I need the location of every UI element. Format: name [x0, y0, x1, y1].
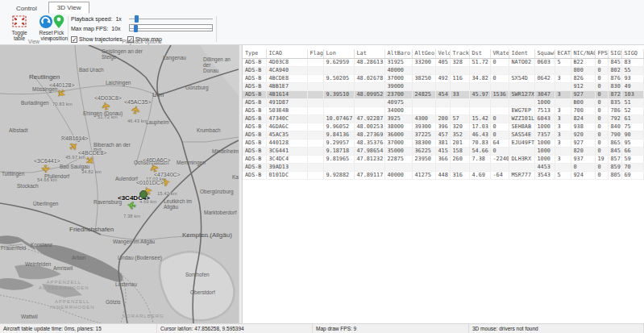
- table-cell: 9.84136: [323, 131, 354, 139]
- table-cell: [555, 83, 571, 91]
- table-cell: 40975: [384, 99, 412, 107]
- column-header-nic-nac[interactable]: NIC/NAC: [571, 49, 595, 59]
- table-row[interactable]: ADS-B45AC359.8413648.2736936000372254573…: [243, 131, 643, 139]
- column-header-squawk[interactable]: Squawk: [534, 49, 555, 59]
- table-row[interactable]: ADS-B503E4B34000EWG7EP75133700078652: [243, 107, 643, 115]
- column-header-lon[interactable]: Lon: [323, 49, 354, 59]
- table-cell: 64: [490, 139, 509, 148]
- table-row[interactable]: ADS-B4CA94040000800080255: [243, 67, 643, 75]
- picked-position-marker[interactable]: [139, 190, 147, 198]
- map-place-label: Lindau (Bodensee): [118, 255, 162, 260]
- table-cell: B22: [571, 59, 595, 67]
- table-cell: WZZ101L: [509, 115, 534, 123]
- column-header-dst[interactable]: Dst: [469, 49, 490, 59]
- table-cell: 381: [435, 139, 450, 148]
- column-header-sigs[interactable]: SIGS: [608, 49, 621, 59]
- max-map-fps-slider[interactable]: [129, 24, 213, 31]
- table-cell: [469, 67, 490, 75]
- table-cell: 0: [490, 59, 509, 67]
- map-place-label: Laupheim: [146, 119, 169, 125]
- column-header-altgeo[interactable]: AltGeo: [412, 49, 435, 59]
- table-cell: 4300: [412, 115, 435, 123]
- table-row[interactable]: ADS-B4D03C89.6295948.2861331925332004053…: [243, 59, 643, 67]
- aircraft-icao-label: <4BCDE8>: [78, 150, 106, 156]
- table-cell: [534, 67, 555, 75]
- playback-speed-slider-handle[interactable]: [135, 15, 139, 23]
- map-place-label: Weinfelden: [25, 261, 51, 267]
- table-cell: 3047: [534, 91, 555, 99]
- table-cell: [509, 164, 534, 172]
- table-row[interactable]: ADS-B491D87409751000B00083551: [243, 99, 643, 107]
- table-row[interactable]: ADS-B4B16149.3951048.0995223700248254543…: [243, 91, 643, 99]
- table-cell: 857: [608, 156, 621, 164]
- table-row[interactable]: ADS-B3C64419.1871847.9865435000362254151…: [243, 148, 643, 156]
- table-row[interactable]: ADS-B4BCDE89.5020548.0267837000382504921…: [243, 75, 643, 83]
- table-cell: [307, 156, 323, 164]
- max-map-fps-row: Max map FPS:10x: [71, 25, 216, 32]
- table-cell: 927: [571, 91, 595, 99]
- column-header-ecat[interactable]: ECAT: [555, 49, 571, 59]
- table-cell: [307, 164, 323, 172]
- table-cell: 0: [490, 123, 509, 131]
- map-place-label: Langenau: [163, 55, 186, 60]
- map-place-label: Krumbach: [197, 127, 221, 133]
- table-cell: [534, 83, 555, 91]
- table-row[interactable]: ADS-B0101DC9.9288247.8911740000412754483…: [243, 172, 643, 180]
- table-row[interactable]: ADS-B4401289.2995748.3537637000383003812…: [243, 139, 643, 148]
- map-panel[interactable]: Geislingen an der SteigeLangenauDillinge…: [0, 45, 239, 323]
- table-cell: ADS-B: [243, 91, 266, 99]
- table-cell: [412, 107, 435, 115]
- table-cell: 0642: [534, 75, 555, 83]
- table-cell: 48.00253: [354, 123, 384, 131]
- ridge: [0, 278, 34, 290]
- map-place-label: VORARLBERG: [123, 314, 164, 319]
- table-cell: [450, 83, 469, 91]
- table-cell: 405: [435, 59, 450, 67]
- table-cell: [307, 115, 323, 123]
- table-cell: 47.92287: [354, 115, 384, 123]
- map-place-label: Tuttlingen: [2, 171, 24, 177]
- table-row[interactable]: ADS-B46DA6C9.9605248.0025338000393003963…: [243, 123, 643, 131]
- column-header-altbaro[interactable]: AltBaro: [384, 49, 412, 59]
- column-header-track[interactable]: Track: [450, 49, 469, 59]
- table-cell: [412, 99, 435, 107]
- table-cell: 36225: [412, 148, 435, 156]
- table-cell: ADS-B: [243, 172, 266, 180]
- group-separator: [68, 16, 69, 42]
- aircraft-icao-label: <4B1614>: [62, 135, 88, 141]
- table-cell: [435, 164, 450, 172]
- table-row[interactable]: ADS-B39AD1344530085970: [243, 164, 643, 172]
- table-cell: 40000: [384, 67, 412, 75]
- column-header-vrate[interactable]: VRate: [490, 49, 509, 59]
- column-header-ident[interactable]: Ident: [509, 49, 534, 59]
- tab-control[interactable]: Control: [8, 3, 45, 14]
- table-cell: 396: [435, 123, 450, 131]
- table-cell: [555, 67, 571, 75]
- map-place-label: APPENZELL INNERRHODEN: [50, 299, 95, 310]
- column-header-type[interactable]: Type: [243, 49, 266, 59]
- table-cell: 3: [555, 75, 571, 83]
- column-header-lat[interactable]: Lat: [354, 49, 384, 59]
- table-cell: 865: [608, 139, 621, 148]
- table-cell: 54.66: [469, 148, 490, 156]
- table-cell: [307, 123, 323, 131]
- table-cell: 70: [621, 164, 643, 172]
- max-map-fps-slider-handle[interactable]: [134, 25, 138, 32]
- playback-speed-value: 1x: [115, 16, 121, 22]
- table-row[interactable]: ADS-B3C4DC49.8196547.8123222875239503662…: [243, 156, 643, 164]
- table-cell: [509, 83, 534, 91]
- table-row[interactable]: ADS-B4BB1E739000912083049: [243, 83, 643, 91]
- column-header-flags[interactable]: Flags: [307, 49, 323, 59]
- table-cell: 0101DC: [266, 172, 307, 180]
- table-cell: 69: [621, 172, 643, 180]
- column-header-velo[interactable]: Velo: [435, 49, 450, 59]
- tab-3d-view[interactable]: 3D View: [48, 2, 90, 14]
- column-header-sigq[interactable]: SIGQ: [621, 49, 643, 59]
- table-cell: 0: [595, 99, 608, 107]
- column-header-icao[interactable]: ICAO: [266, 49, 307, 59]
- table-cell: 491D87: [266, 99, 307, 107]
- table-cell: 1000: [534, 148, 555, 156]
- column-header-fps[interactable]: FPS: [595, 49, 608, 59]
- playback-speed-slider[interactable]: [129, 17, 213, 21]
- table-row[interactable]: ADS-B47340C10.0746747.922873925430020057…: [243, 115, 643, 123]
